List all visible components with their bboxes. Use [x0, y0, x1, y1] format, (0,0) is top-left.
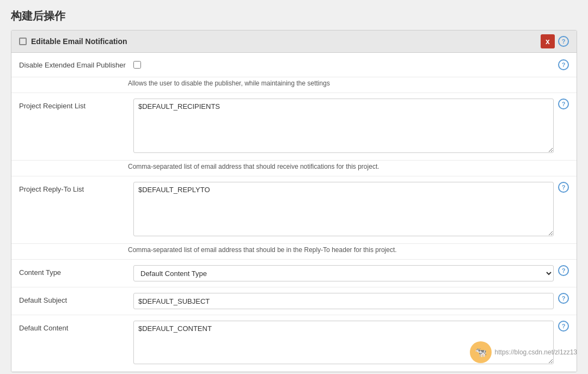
content-type-label: Content Type	[19, 265, 128, 277]
watermark-prefix: https://	[495, 348, 514, 356]
recipient-list-wrapper: ?	[133, 99, 569, 155]
disable-extended-row: Disable Extended Email Publisher ?	[11, 53, 577, 77]
recipient-list-help-icon[interactable]: ?	[558, 99, 569, 109]
watermark-text: https://blog.csdn.net/zl1zz13	[495, 348, 577, 356]
watermark-icon: 🐄	[475, 346, 487, 358]
page-title: 构建后操作	[0, 0, 588, 30]
default-subject-control	[133, 293, 554, 309]
default-subject-row: Default Subject ?	[11, 287, 577, 315]
content-type-wrapper: Default Content Type HTML Plain Text Bot…	[133, 265, 569, 281]
card-header-icon	[19, 38, 27, 45]
reply-to-hint: Comma-separated list of email address th…	[11, 244, 577, 260]
content-type-select[interactable]: Default Content Type HTML Plain Text Bot…	[133, 265, 554, 281]
header-help-icon[interactable]: ?	[558, 36, 569, 47]
default-content-label: Default Content	[19, 321, 128, 332]
content-type-control: Default Content Type HTML Plain Text Bot…	[133, 265, 554, 281]
card-header: Editable Email Notification x ?	[11, 30, 577, 53]
default-subject-input[interactable]	[133, 293, 554, 309]
page-container: 构建后操作 Editable Email Notification x ? Di…	[0, 0, 588, 374]
default-subject-wrapper: ?	[133, 293, 569, 309]
default-subject-label: Default Subject	[19, 293, 128, 304]
reply-to-row: Project Reply-To List ?	[11, 176, 577, 244]
content-type-help-icon[interactable]: ?	[558, 265, 569, 276]
disable-extended-checkbox[interactable]	[133, 61, 141, 69]
watermark-site: blog.csdn.net/zl1zz13	[514, 348, 577, 356]
default-content-help-icon[interactable]: ?	[558, 321, 569, 332]
recipient-list-label: Project Recipient List	[19, 99, 128, 110]
recipient-list-textarea[interactable]	[133, 99, 554, 153]
recipient-list-row: Project Recipient List ?	[11, 93, 577, 161]
recipient-list-hint: Comma-separated list of email address th…	[11, 161, 577, 176]
default-subject-help-icon[interactable]: ?	[558, 293, 569, 304]
reply-to-label: Project Reply-To List	[19, 182, 128, 193]
reply-to-control	[133, 182, 554, 238]
watermark-logo: 🐄	[470, 341, 492, 363]
disable-extended-label: Disable Extended Email Publisher	[19, 61, 128, 69]
reply-to-textarea[interactable]	[133, 182, 554, 236]
reply-to-help-icon[interactable]: ?	[558, 182, 569, 193]
close-button[interactable]: x	[541, 34, 555, 48]
card-body: Disable Extended Email Publisher ? Allow…	[11, 53, 577, 372]
disable-extended-help-icon[interactable]: ?	[558, 59, 569, 70]
disable-extended-hint: Allows the user to disable the publisher…	[11, 77, 577, 93]
content-type-row: Content Type Default Content Type HTML P…	[11, 260, 577, 287]
recipient-list-control	[133, 99, 554, 155]
disable-extended-wrapper	[133, 61, 141, 69]
watermark: 🐄 https://blog.csdn.net/zl1zz13	[470, 341, 577, 363]
card-header-title: Editable Email Notification	[31, 37, 554, 46]
reply-to-wrapper: ?	[133, 182, 569, 238]
notification-card: Editable Email Notification x ? Disable …	[11, 30, 577, 372]
